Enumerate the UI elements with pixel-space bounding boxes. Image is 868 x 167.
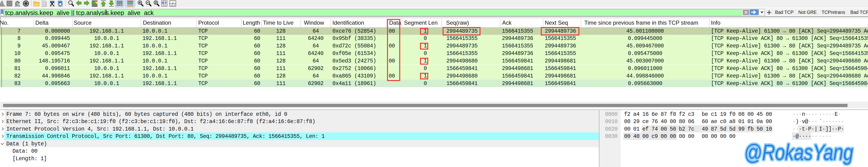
svg-text:0111: 0111	[43, 5, 46, 7]
svg-text:2: 2	[171, 4, 172, 6]
svg-text:@RokasYang: @RokasYang	[744, 140, 854, 165]
svg-text:0101: 0101	[43, 2, 46, 3]
svg-text:3: 3	[174, 4, 175, 6]
svg-text:1: 1	[172, 1, 174, 3]
